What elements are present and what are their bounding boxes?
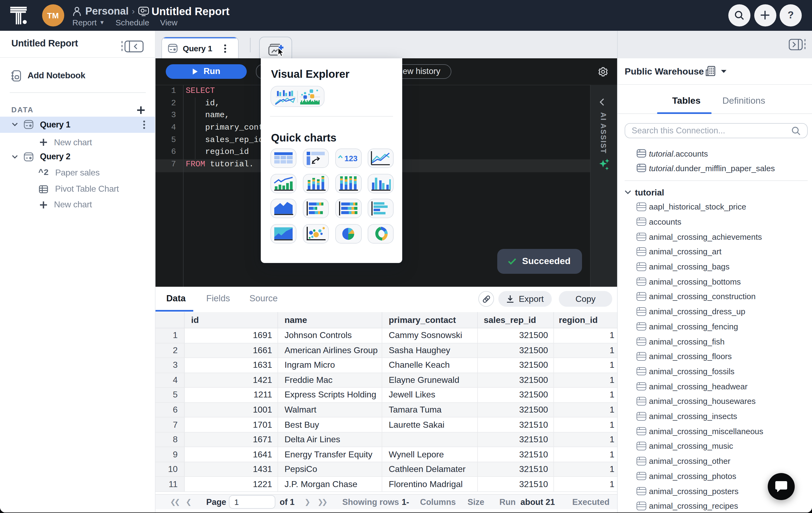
svg-text:123: 123	[345, 154, 358, 163]
